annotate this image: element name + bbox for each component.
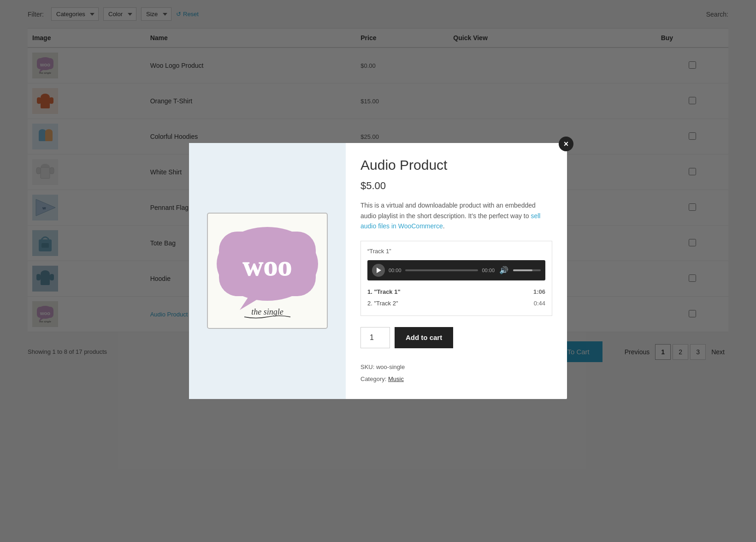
add-to-cart-button[interactable]: Add to cart — [395, 327, 453, 348]
close-icon: × — [564, 140, 569, 148]
track-2-duration: 0:44 — [534, 300, 545, 307]
svg-text:the single: the single — [251, 307, 284, 316]
current-time: 00:00 — [389, 268, 402, 273]
product-image: woo the single — [203, 208, 332, 333]
sku-row: SKU: woo-single — [360, 361, 552, 373]
track-list: 1. "Track 1" 1:06 2. "Track 2" 0:44 — [367, 286, 545, 309]
mute-button[interactable]: 🔊 — [498, 265, 509, 276]
add-to-cart-row: Add to cart — [360, 327, 552, 348]
play-button[interactable] — [372, 264, 385, 277]
product-meta: SKU: woo-single Category: Music — [360, 361, 552, 385]
track-label: “Track 1” — [367, 248, 545, 255]
svg-text:woo: woo — [243, 250, 292, 281]
modal-overlay: × woo the single Audio P — [0, 0, 756, 394]
category-link[interactable]: Music — [388, 375, 404, 382]
sku-value: woo-single — [376, 363, 405, 370]
product-price: $5.00 — [360, 180, 552, 192]
sku-label: SKU: — [360, 363, 374, 370]
total-time: 00:00 — [482, 268, 495, 273]
category-row: Category: Music — [360, 373, 552, 385]
mute-icon: 🔊 — [499, 266, 508, 274]
description-text: This is a virtual and downloadable produ… — [360, 202, 536, 219]
modal-close-button[interactable]: × — [559, 137, 573, 151]
quantity-input[interactable] — [360, 327, 390, 348]
track-item-1[interactable]: 1. "Track 1" 1:06 — [367, 286, 545, 298]
modal-content-panel: Audio Product $5.00 This is a virtual an… — [346, 143, 567, 394]
audio-controls: 00:00 00:00 🔊 — [367, 260, 545, 280]
volume-fill — [513, 269, 532, 271]
track-1-name: 1. "Track 1" — [367, 288, 401, 295]
quick-view-modal: × woo the single Audio P — [189, 143, 567, 394]
track-item-2[interactable]: 2. "Track 2" 0:44 — [367, 298, 545, 309]
category-label: Category: — [360, 375, 386, 382]
progress-bar[interactable] — [405, 269, 478, 271]
product-description: This is a virtual and downloadable produ… — [360, 200, 552, 231]
product-title: Audio Product — [360, 157, 552, 173]
track-1-duration: 1:06 — [533, 288, 545, 295]
audio-player-container: “Track 1” 00:00 00:00 🔊 — [360, 241, 552, 316]
modal-image-panel: woo the single — [189, 143, 346, 394]
track-2-name: 2. "Track 2" — [367, 300, 398, 307]
volume-bar[interactable] — [513, 269, 541, 271]
